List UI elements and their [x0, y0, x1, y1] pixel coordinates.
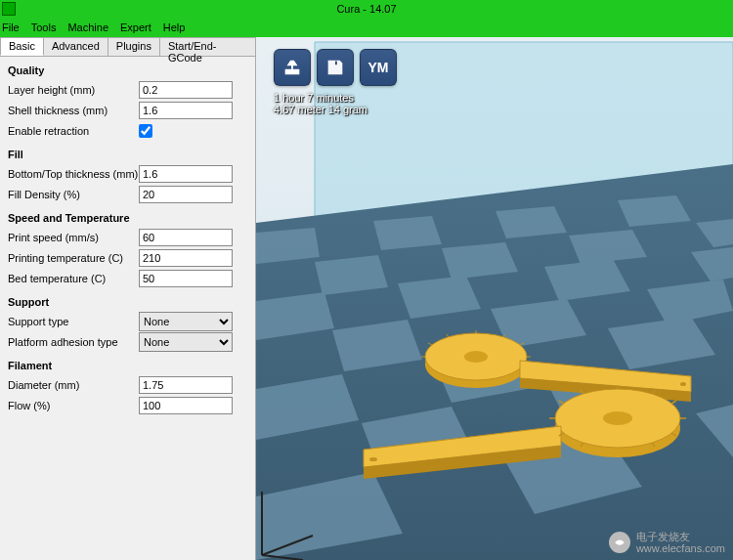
adhesion-select[interactable]: None: [139, 332, 233, 352]
menu-tools[interactable]: Tools: [31, 22, 57, 33]
svg-rect-58: [291, 64, 293, 69]
diameter-input[interactable]: [139, 376, 233, 394]
svg-marker-3: [373, 216, 442, 250]
section-filament: Filament Diameter (mm) Flow (%): [8, 360, 247, 415]
retraction-label: Enable retraction: [8, 125, 139, 137]
section-support: Support Support type None Platform adhes…: [8, 296, 247, 352]
load-model-button[interactable]: [274, 49, 311, 86]
print-status: 1 hour 7 minutes 4.67 meter 14 gram: [274, 92, 367, 115]
app-icon: [2, 2, 16, 16]
svg-point-30: [464, 351, 488, 363]
quality-title: Quality: [8, 65, 247, 76]
save-button[interactable]: [317, 49, 354, 86]
menu-machine[interactable]: Machine: [67, 22, 108, 33]
shell-thickness-label: Shell thickness (mm): [8, 105, 139, 116]
tab-gcode[interactable]: Start/End-GCode: [159, 37, 256, 56]
layer-height-label: Layer height (mm): [8, 84, 139, 96]
watermark-url: www.elecfans.com: [636, 542, 725, 554]
menu-help[interactable]: Help: [163, 22, 186, 33]
speed-temp-title: Speed and Temperature: [8, 212, 247, 224]
shell-thickness-input[interactable]: [139, 102, 233, 119]
menu-expert[interactable]: Expert: [120, 22, 151, 33]
diameter-label: Diameter (mm): [8, 379, 139, 391]
section-quality: Quality Layer height (mm) Shell thicknes…: [8, 65, 247, 141]
menu-bar: File Tools Machine Expert Help: [0, 18, 733, 37]
bottom-top-input[interactable]: [139, 165, 233, 183]
support-title: Support: [8, 296, 247, 308]
print-speed-label: Print speed (mm/s): [8, 232, 139, 243]
svg-point-46: [369, 457, 377, 461]
adhesion-label: Platform adhesion type: [8, 336, 139, 348]
print-material: 4.67 meter 14 gram: [274, 104, 367, 115]
print-temp-input[interactable]: [139, 249, 233, 267]
watermark-icon: [609, 532, 630, 553]
section-speed-temp: Speed and Temperature Print speed (mm/s)…: [8, 212, 247, 288]
settings-panel: Quality Layer height (mm) Shell thicknes…: [0, 57, 255, 427]
tab-plugins[interactable]: Plugins: [108, 37, 160, 56]
svg-point-43: [603, 411, 632, 425]
section-fill: Fill Bottom/Top thickness (mm) Fill Dens…: [8, 149, 247, 204]
filament-title: Filament: [8, 360, 247, 371]
bed-temp-label: Bed temperature (C): [8, 273, 139, 284]
print-time: 1 hour 7 minutes: [274, 92, 367, 104]
title-bar: Cura - 14.07: [0, 0, 733, 18]
tab-basic[interactable]: Basic: [0, 37, 44, 56]
flow-label: Flow (%): [8, 400, 139, 411]
tab-advanced[interactable]: Advanced: [43, 37, 108, 56]
flow-input[interactable]: [139, 397, 233, 414]
print-speed-input[interactable]: [139, 229, 233, 246]
settings-sidebar: Basic Advanced Plugins Start/End-GCode Q…: [0, 37, 256, 560]
fill-title: Fill: [8, 149, 247, 160]
main-area: Basic Advanced Plugins Start/End-GCode Q…: [0, 37, 733, 560]
window-title: Cura - 14.07: [336, 3, 396, 15]
watermark: 电子发烧友 www.elecfans.com: [609, 531, 725, 554]
bed-temp-input[interactable]: [139, 270, 233, 287]
support-type-label: Support type: [8, 316, 139, 327]
retraction-checkbox[interactable]: [139, 124, 152, 138]
tab-bar: Basic Advanced Plugins Start/End-GCode: [0, 37, 255, 57]
fill-density-input[interactable]: [139, 186, 233, 203]
build-plate-scene: [256, 37, 733, 560]
3d-viewport[interactable]: YM 1 hour 7 minutes 4.67 meter 14 gram 电…: [256, 37, 733, 560]
load-model-icon: [281, 57, 303, 78]
support-type-select[interactable]: None: [139, 312, 233, 331]
watermark-brand: 电子发烧友: [636, 531, 725, 542]
bottom-top-label: Bottom/Top thickness (mm): [8, 168, 139, 180]
svg-rect-59: [335, 62, 337, 65]
print-temp-label: Printing temperature (C): [8, 252, 139, 264]
save-icon: [324, 57, 346, 78]
viewport-toolbar: YM: [274, 49, 397, 86]
svg-point-33: [680, 382, 686, 386]
menu-file[interactable]: File: [2, 22, 20, 33]
fill-density-label: Fill Density (%): [8, 189, 139, 200]
ym-button[interactable]: YM: [360, 49, 397, 86]
layer-height-input[interactable]: [139, 81, 233, 99]
svg-marker-4: [496, 206, 567, 238]
ym-icon: YM: [368, 60, 389, 75]
